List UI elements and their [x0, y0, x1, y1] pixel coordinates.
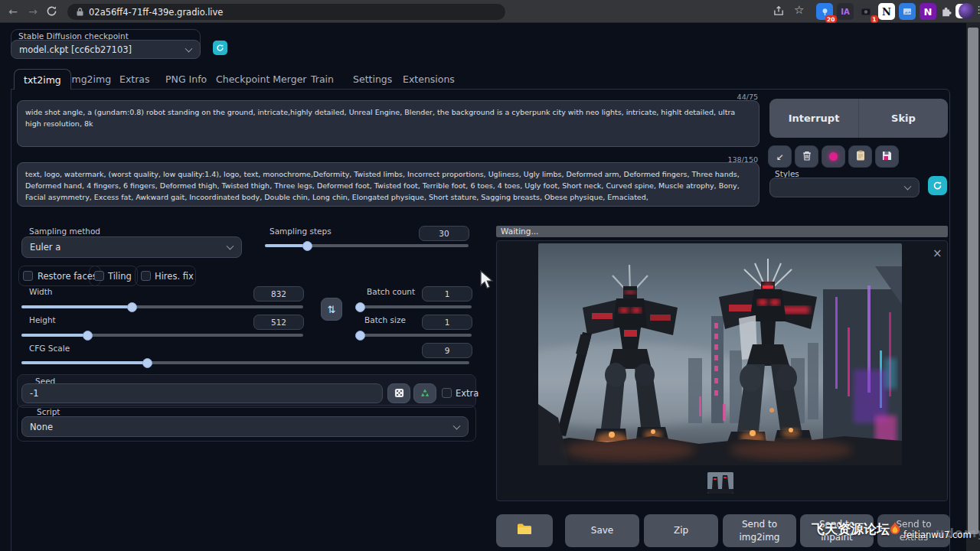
chevron-down-icon [453, 422, 461, 429]
random-seed-button[interactable] [387, 383, 410, 403]
back-icon[interactable]: ← [5, 4, 21, 19]
checkpoint-refresh-button[interactable] [213, 41, 227, 55]
width-label: Width [29, 287, 53, 296]
open-output-folder-button[interactable] [496, 514, 553, 547]
negative-prompt-textarea[interactable]: text, logo, watermark, (worst quality, l… [17, 162, 760, 207]
recycle-icon [420, 386, 430, 401]
script-value: None [30, 422, 53, 432]
flame-icon [888, 521, 902, 538]
ext-ia-icon[interactable]: IA [837, 3, 854, 20]
height-slider-handle[interactable] [83, 331, 93, 341]
width-slider-handle[interactable] [127, 302, 137, 312]
zip-button[interactable]: Zip [644, 514, 718, 547]
page-scrollbar-thumb[interactable] [968, 28, 978, 534]
chevron-down-icon [904, 183, 912, 191]
swap-arrows-icon: ⇅ [328, 304, 336, 315]
sampling-steps-slider-fill [265, 244, 307, 247]
styles-dropdown[interactable] [769, 178, 920, 197]
tab-extensions[interactable]: Extensions [403, 69, 455, 90]
script-dropdown[interactable]: None [21, 416, 469, 437]
extra-seed-checkbox[interactable] [442, 388, 452, 398]
floppy-disk-icon [882, 151, 892, 163]
batch-size-label: Batch size [364, 315, 406, 324]
height-label: Height [29, 315, 56, 324]
checkpoint-value: model.ckpt [cc6cb27103] [19, 44, 132, 55]
cfg-scale-input[interactable]: 9 [422, 343, 472, 358]
interrupt-button[interactable]: Interrupt [769, 99, 859, 138]
tab-settings[interactable]: Settings [353, 69, 392, 90]
restore-faces-checkbox[interactable] [23, 271, 33, 281]
width-input[interactable]: 832 [253, 286, 304, 302]
chevron-down-icon [185, 44, 193, 52]
forward-icon[interactable]: → [24, 4, 41, 19]
batch-count-slider-handle[interactable] [355, 302, 365, 312]
tab-png-info[interactable]: PNG Info [165, 69, 207, 90]
ext-screenshot-icon[interactable] [899, 3, 916, 20]
ext-notion-icon[interactable]: N [878, 3, 895, 20]
ext-onenote-icon[interactable]: N [920, 3, 936, 20]
site-watermark-name: 飞天资源论坛 [812, 520, 890, 538]
batch-size-slider-handle[interactable] [355, 331, 365, 341]
close-gallery-icon[interactable]: × [933, 246, 942, 260]
share-icon[interactable] [773, 5, 785, 20]
checkpoint-dropdown[interactable]: model.ckpt [cc6cb27103] [11, 40, 201, 59]
batch-count-label: Batch count [367, 287, 415, 296]
sampling-steps-label: Sampling steps [270, 227, 332, 236]
extra-networks-icon [829, 152, 838, 161]
browser-menu-icon[interactable]: ⋮ [974, 4, 980, 15]
height-input[interactable]: 512 [253, 315, 304, 330]
browser-chrome: ← → 02a56ff4-71ff-439e.gradio.live ☆ 20 … [0, 0, 980, 23]
url-text: 02a56ff4-71ff-439e.gradio.live [89, 7, 223, 18]
gallery-thumbnail[interactable] [707, 472, 733, 494]
sampling-method-dropdown[interactable]: Euler a [21, 236, 242, 258]
lock-icon [77, 5, 83, 19]
batch-size-slider[interactable] [358, 334, 472, 337]
arrow-down-left-icon: ↙ [776, 152, 783, 162]
sampling-method-label: Sampling method [29, 227, 100, 236]
sampling-steps-input[interactable]: 30 [419, 226, 469, 241]
script-label: Script [37, 407, 60, 416]
swap-width-height-button[interactable]: ⇅ [321, 298, 342, 321]
paste-generation-params-button[interactable]: ↙ [768, 145, 792, 168]
skip-button[interactable]: Skip [859, 99, 948, 138]
tab-train[interactable]: Train [311, 69, 334, 90]
clipboard-icon [856, 150, 865, 163]
cfg-scale-slider-handle[interactable] [142, 358, 152, 368]
page-scrollbar-track[interactable] [966, 23, 980, 551]
seed-input[interactable]: -1 [21, 383, 383, 403]
address-bar[interactable]: 02a56ff4-71ff-439e.gradio.live [67, 4, 505, 20]
hires-fix-checkbox[interactable] [141, 271, 151, 281]
save-style-button[interactable] [875, 145, 899, 168]
styles-refresh-button[interactable] [928, 176, 947, 195]
batch-count-slider[interactable] [358, 305, 472, 308]
cfg-scale-label: CFG Scale [29, 344, 70, 353]
extensions-puzzle-icon[interactable] [940, 5, 952, 20]
reuse-seed-button[interactable] [413, 383, 436, 403]
tiling-label: Tiling [108, 271, 132, 282]
send-to-img2img-button[interactable]: Send to img2img [723, 514, 796, 547]
bookmark-star-icon[interactable]: ☆ [794, 3, 804, 17]
tab-extras[interactable]: Extras [119, 69, 150, 90]
batch-size-input[interactable]: 1 [422, 315, 472, 330]
cfg-scale-slider-fill [21, 361, 147, 364]
profile-avatar[interactable] [959, 3, 975, 19]
generated-image[interactable] [538, 243, 902, 465]
extra-networks-button[interactable] [822, 145, 845, 168]
reload-icon[interactable] [46, 5, 57, 20]
save-button[interactable]: Save [565, 514, 639, 547]
prompt-textarea[interactable]: wide shot angle, a (gundam:0.8) robot st… [17, 100, 760, 147]
tab-img2img[interactable]: img2img [69, 69, 111, 90]
tab-checkpoint-merger[interactable]: Checkpoint Merger [216, 69, 306, 90]
ext-pin-icon[interactable]: 20 [816, 3, 833, 20]
hires-fix-label: Hires. fix [155, 271, 194, 282]
sampling-steps-slider-handle[interactable] [302, 241, 312, 251]
dice-icon [394, 386, 404, 401]
sampling-method-value: Euler a [30, 242, 60, 253]
apply-styles-button[interactable] [848, 145, 872, 168]
interrupt-skip-group: Interrupt Skip [769, 99, 948, 138]
tiling-checkbox[interactable] [94, 271, 104, 281]
ext-capture-icon[interactable]: 1 [858, 3, 874, 20]
clear-prompt-button[interactable] [795, 145, 818, 168]
batch-count-input[interactable]: 1 [422, 286, 472, 302]
tab-txt2img[interactable]: txt2img [14, 69, 71, 90]
